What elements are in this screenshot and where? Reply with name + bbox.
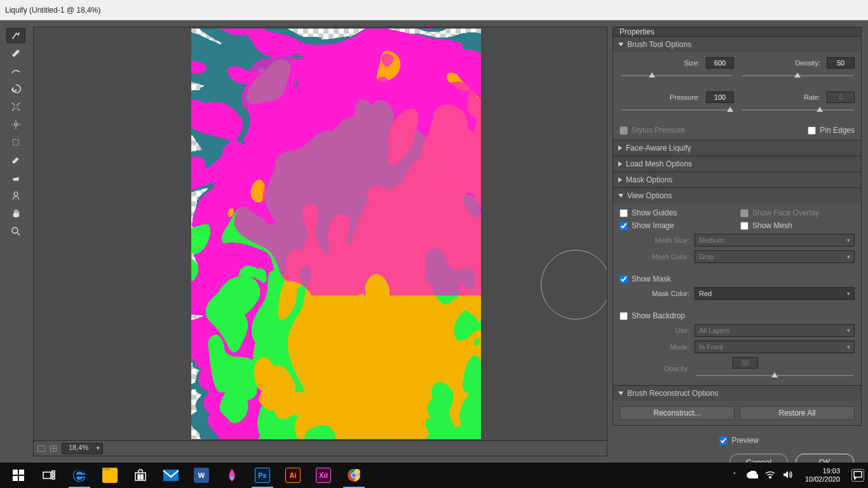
mask-options-section: Mask Options: [613, 172, 862, 188]
canvas-footer: 18,4% ▾: [34, 440, 607, 456]
use-label: Use:: [620, 327, 689, 334]
svg-rect-37: [854, 471, 862, 477]
size-slider[interactable]: [621, 71, 733, 80]
zoom-value: 18,4%: [69, 444, 88, 451]
density-slider[interactable]: [742, 71, 853, 80]
svg-point-35: [354, 469, 360, 475]
svg-rect-28: [138, 477, 140, 479]
face-aware-section: Face-Aware Liquify: [613, 140, 862, 156]
svg-rect-18: [19, 470, 24, 475]
chrome-icon[interactable]: [339, 463, 369, 488]
liquify-artwork: [191, 29, 481, 439]
svg-point-1: [15, 123, 18, 126]
density-input[interactable]: [827, 57, 855, 69]
face-tool[interactable]: [6, 188, 25, 203]
triangle-down-icon: [618, 43, 623, 46]
pressure-label: Pressure:: [670, 93, 700, 101]
smooth-tool[interactable]: [6, 64, 25, 79]
show-guides-checkbox[interactable]: Show Guides: [620, 208, 734, 217]
face-aware-header[interactable]: Face-Aware Liquify: [613, 140, 861, 156]
svg-rect-2: [13, 140, 19, 146]
canvas[interactable]: [34, 27, 607, 440]
task-view-icon[interactable]: [34, 463, 64, 488]
svg-point-5: [12, 227, 18, 233]
mask-color-select[interactable]: Red▾: [695, 287, 855, 300]
pressure-input[interactable]: [706, 92, 734, 103]
properties-panel: Properties Brush Tool Options Size:: [613, 27, 862, 456]
svg-rect-17: [13, 470, 18, 475]
brush-tool-options-header[interactable]: Brush Tool Options: [613, 37, 861, 52]
edge-icon[interactable]: [65, 463, 94, 488]
mask-options-header[interactable]: Mask Options: [613, 172, 861, 187]
svg-rect-21: [43, 472, 51, 478]
preview-checkbox[interactable]: Preview: [719, 436, 759, 445]
properties-header: Properties: [613, 27, 862, 37]
size-label: Size:: [684, 59, 700, 67]
opacity-input: [733, 357, 758, 369]
mail-icon[interactable]: [156, 463, 186, 488]
load-mesh-section: Load Mesh Options: [613, 156, 862, 172]
load-mesh-header[interactable]: Load Mesh Options: [613, 156, 861, 172]
rate-input: [827, 92, 855, 103]
svg-rect-26: [138, 475, 140, 477]
mask-color-label: Mask Color:: [620, 290, 689, 297]
grid-icon[interactable]: [50, 445, 57, 452]
titlebar: Liquify (Untitled-1 @ 18,4%): [0, 0, 868, 20]
show-image-checkbox[interactable]: Show Image: [620, 221, 734, 230]
zoom-tool[interactable]: [6, 224, 25, 239]
dialog-title: Liquify (Untitled-1 @ 18,4%): [5, 6, 100, 15]
store-icon[interactable]: [126, 463, 155, 488]
notifications-icon[interactable]: [851, 469, 864, 482]
svg-point-4: [14, 192, 18, 196]
illustrator-icon[interactable]: Ai: [278, 463, 308, 488]
reconstruct-tool[interactable]: [6, 46, 25, 61]
word-icon[interactable]: W: [187, 463, 216, 488]
bloat-tool[interactable]: [6, 117, 25, 132]
twirl-tool[interactable]: [6, 81, 25, 97]
svg-rect-29: [141, 477, 143, 479]
pressure-slider[interactable]: [621, 105, 733, 114]
fit-icon[interactable]: [37, 445, 45, 452]
volume-icon[interactable]: [782, 470, 794, 480]
triangle-down-icon: [618, 391, 623, 395]
forward-warp-tool[interactable]: [6, 28, 25, 43]
thaw-mask-tool[interactable]: [6, 170, 25, 186]
push-left-tool[interactable]: [6, 135, 25, 150]
liquify-art-svg: [191, 29, 481, 439]
svg-rect-0: [14, 105, 18, 109]
mesh-color-select: Gray▾: [695, 250, 855, 263]
hand-tool[interactable]: [6, 206, 25, 221]
size-input[interactable]: [706, 57, 734, 69]
restore-all-button[interactable]: Restore All: [740, 406, 855, 420]
zoom-select[interactable]: 18,4% ▾: [62, 443, 103, 454]
svg-rect-23: [52, 474, 55, 476]
tray-chevron-icon[interactable]: ˄: [729, 471, 740, 480]
photoshop-icon[interactable]: Ps: [248, 463, 277, 488]
freeze-mask-tool[interactable]: [6, 152, 25, 168]
show-backdrop-checkbox[interactable]: Show Backdrop: [620, 311, 855, 320]
liquify-dialog: 18,4% ▾ Properties Brush Tool Options Si…: [0, 20, 868, 463]
onedrive-icon[interactable]: [747, 471, 758, 480]
pucker-tool[interactable]: [6, 99, 25, 114]
svg-rect-30: [163, 470, 179, 481]
brush-reconstruct-header[interactable]: Brush Reconstruct Options: [613, 386, 861, 401]
opacity-slider: [696, 371, 853, 380]
file-explorer-icon[interactable]: [95, 463, 125, 488]
rate-slider[interactable]: [742, 105, 853, 114]
reconstruct-button[interactable]: Reconstruct...: [620, 406, 735, 420]
view-options-header[interactable]: View Options: [613, 188, 861, 203]
show-mesh-checkbox[interactable]: Show Mesh: [740, 221, 855, 230]
start-button[interactable]: [4, 463, 33, 488]
show-mask-checkbox[interactable]: Show Mask: [620, 274, 855, 283]
taskbar-clock[interactable]: 19:03 10/02/2020: [800, 467, 845, 483]
pin-edges-checkbox[interactable]: Pin Edges: [808, 126, 855, 135]
brush-cursor: [541, 250, 607, 320]
xd-icon[interactable]: Xd: [309, 463, 338, 488]
density-label: Density:: [795, 59, 820, 67]
rate-label: Rate:: [804, 93, 820, 101]
opacity-label: Opacity:: [620, 365, 689, 372]
mesh-color-label: Mesh Color:: [620, 253, 689, 261]
paint3d-icon[interactable]: [217, 463, 247, 488]
triangle-right-icon: [618, 146, 622, 151]
wifi-icon[interactable]: [764, 471, 776, 480]
